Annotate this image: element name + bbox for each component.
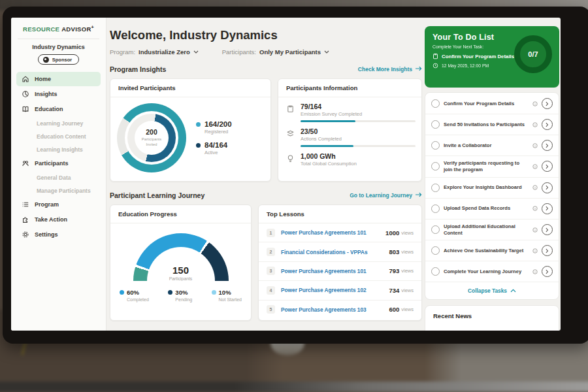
donut-center-label: Participants Invited bbox=[137, 137, 167, 147]
info-icon[interactable] bbox=[532, 206, 538, 211]
lesson-rank: 5 bbox=[267, 305, 275, 314]
lesson-title-link[interactable]: Power Purchase Agreements 103 bbox=[281, 306, 389, 313]
task-row-complete-learning-journey[interactable]: Complete Your Learning Journey bbox=[425, 261, 559, 282]
sidebar-item-learning-journey[interactable]: Learning Journey bbox=[16, 117, 101, 129]
go-to-learning-journey-link[interactable]: Go to Learning Journey bbox=[350, 192, 422, 199]
task-checkbox[interactable] bbox=[431, 162, 440, 171]
progress-bar bbox=[301, 145, 416, 147]
lesson-row[interactable]: 3 Power Purchase Agreements 101 793 view… bbox=[259, 262, 421, 281]
lesson-row[interactable]: 4 Power Purchase Agreements 102 734 view… bbox=[259, 281, 421, 300]
lesson-row[interactable]: 5 Power Purchase Agreements 103 600 view… bbox=[259, 301, 421, 319]
collapse-tasks-link[interactable]: Collapse Tasks bbox=[425, 282, 559, 299]
lesson-title-link[interactable]: Power Purchase Agreements 102 bbox=[281, 287, 389, 293]
sidebar-item-program[interactable]: Program bbox=[16, 197, 101, 212]
task-open-chevron-button[interactable] bbox=[542, 203, 553, 214]
check-more-insights-link[interactable]: Check More Insights bbox=[358, 66, 422, 73]
lesson-row[interactable]: 1 Power Purchase Agreements 101 1000 vie… bbox=[259, 223, 421, 242]
task-open-chevron-button[interactable] bbox=[542, 161, 553, 172]
task-row-explore-insights[interactable]: Explore Your Insights Dashboard bbox=[425, 178, 559, 199]
info-icon[interactable] bbox=[532, 143, 538, 148]
participants-dropdown[interactable]: Participants: Only My Participants bbox=[222, 48, 329, 56]
legend-label: Pending bbox=[175, 297, 192, 302]
legend-pct: 60% bbox=[127, 289, 139, 296]
program-dropdown[interactable]: Program: Industrialize Zero bbox=[110, 48, 199, 56]
sidebar-item-education-content[interactable]: Education Content bbox=[16, 130, 101, 142]
clipboard-icon bbox=[433, 53, 438, 59]
lesson-title-link[interactable]: Power Purchase Agreements 101 bbox=[281, 268, 389, 274]
task-checkbox[interactable] bbox=[431, 204, 440, 213]
task-row-verify-participants[interactable]: Verify participants requesting to join t… bbox=[425, 156, 559, 178]
layers-icon bbox=[286, 129, 295, 137]
chevron-up-icon bbox=[510, 289, 516, 293]
task-checkbox[interactable] bbox=[431, 246, 440, 255]
task-row-achieve-sustainability-target[interactable]: Achieve One Sustainability Target bbox=[425, 240, 559, 261]
task-checkbox[interactable] bbox=[431, 225, 440, 234]
lesson-title-link[interactable]: Power Purchase Agreements 101 bbox=[281, 229, 385, 236]
task-open-chevron-button[interactable] bbox=[542, 245, 553, 256]
legend-item-active: 84/164 Active bbox=[196, 141, 232, 155]
legend-label: Completed bbox=[127, 297, 149, 302]
invited-card-body: 200 Participants Invited 164/200 Registe bbox=[110, 97, 270, 178]
education-progress-card: Education Progress 150 Participants 60% bbox=[110, 204, 252, 321]
stat-emission-survey: 79/164 Emission Survey Completed bbox=[278, 97, 421, 122]
info-icon[interactable] bbox=[532, 227, 538, 233]
sidebar-item-settings[interactable]: Settings bbox=[16, 227, 101, 242]
task-row-confirm-program-details[interactable]: Confirm Your Program Details bbox=[425, 93, 559, 114]
progress-bar-fill bbox=[301, 145, 353, 147]
task-label: Upload Spend Data Records bbox=[444, 201, 529, 216]
legend-dot-registered bbox=[196, 122, 201, 127]
legend-dot-not-started bbox=[212, 290, 216, 295]
stat-global-consumption: 1,000 GWh Total Global Consumption bbox=[278, 147, 421, 167]
info-icon[interactable] bbox=[532, 122, 538, 127]
brand-logo: RESOURCE ADVISOR+ bbox=[11, 25, 106, 33]
legend-label: Active bbox=[204, 150, 227, 155]
sidebar: RESOURCE ADVISOR+ Industry Dynamics Spon… bbox=[11, 18, 106, 331]
info-icon[interactable] bbox=[532, 185, 538, 190]
collapse-label: Collapse Tasks bbox=[468, 287, 507, 294]
info-icon[interactable] bbox=[532, 101, 538, 106]
sponsor-badge[interactable]: Sponsor bbox=[38, 54, 79, 65]
task-checkbox[interactable] bbox=[431, 184, 440, 192]
sidebar-item-label: Education Content bbox=[37, 133, 86, 140]
task-row-upload-spend-data[interactable]: Upload Spend Data Records bbox=[425, 199, 559, 220]
task-open-chevron-button[interactable] bbox=[542, 98, 553, 109]
sidebar-item-take-action[interactable]: Take Action bbox=[16, 212, 101, 227]
legend-dot-pending bbox=[168, 290, 172, 295]
task-row-invite-collaborator[interactable]: Invite a Collaborator bbox=[425, 135, 559, 156]
lesson-row[interactable]: 2 Financial Considerations - VPPAs 803 v… bbox=[259, 242, 421, 261]
sidebar-nav: Home Insights Education Learning Journey bbox=[11, 72, 106, 242]
lesson-views: 600 bbox=[389, 306, 399, 313]
task-open-chevron-button[interactable] bbox=[542, 140, 553, 151]
sidebar-item-learning-insights[interactable]: Learning Insights bbox=[16, 143, 101, 155]
invited-donut-chart: 200 Participants Invited bbox=[117, 103, 186, 172]
sidebar-item-manage-participants[interactable]: Manage Participants bbox=[16, 184, 101, 197]
top-lessons-card: Top Lessons 1 Power Purchase Agreements … bbox=[258, 204, 422, 321]
sidebar-item-home[interactable]: Home bbox=[16, 72, 101, 86]
task-checkbox[interactable] bbox=[431, 267, 440, 276]
sidebar-item-participants[interactable]: Participants bbox=[16, 156, 101, 171]
info-icon[interactable] bbox=[532, 269, 538, 274]
participants-information-card: Participants Information 79/164 Emission… bbox=[278, 78, 422, 182]
progress-bar-fill bbox=[301, 120, 355, 122]
task-row-upload-educational-content[interactable]: Upload Additional Educational Content bbox=[425, 220, 559, 241]
task-open-chevron-button[interactable] bbox=[542, 266, 553, 277]
task-open-chevron-button[interactable] bbox=[542, 182, 553, 193]
sidebar-item-label: General Data bbox=[37, 174, 71, 181]
lesson-rank: 1 bbox=[267, 229, 275, 237]
task-row-send-invitations[interactable]: Send 50 Invitations to Participants bbox=[425, 114, 559, 135]
sidebar-item-insights[interactable]: Insights bbox=[16, 87, 101, 101]
info-icon[interactable] bbox=[532, 248, 538, 253]
task-checkbox[interactable] bbox=[431, 120, 440, 129]
lesson-title-link[interactable]: Financial Considerations - VPPAs bbox=[281, 249, 389, 255]
gauge-value: 150 bbox=[133, 265, 229, 275]
sidebar-item-education[interactable]: Education bbox=[16, 102, 101, 116]
book-icon bbox=[22, 105, 29, 113]
sidebar-item-general-data[interactable]: General Data bbox=[16, 171, 101, 184]
task-open-chevron-button[interactable] bbox=[542, 224, 553, 235]
task-open-chevron-button[interactable] bbox=[542, 119, 553, 130]
task-checkbox[interactable] bbox=[431, 141, 440, 150]
info-icon[interactable] bbox=[532, 164, 538, 169]
education-gauge-chart: 150 Participants bbox=[133, 233, 229, 281]
sidebar-item-label: Take Action bbox=[35, 216, 67, 223]
task-checkbox[interactable] bbox=[431, 99, 440, 108]
